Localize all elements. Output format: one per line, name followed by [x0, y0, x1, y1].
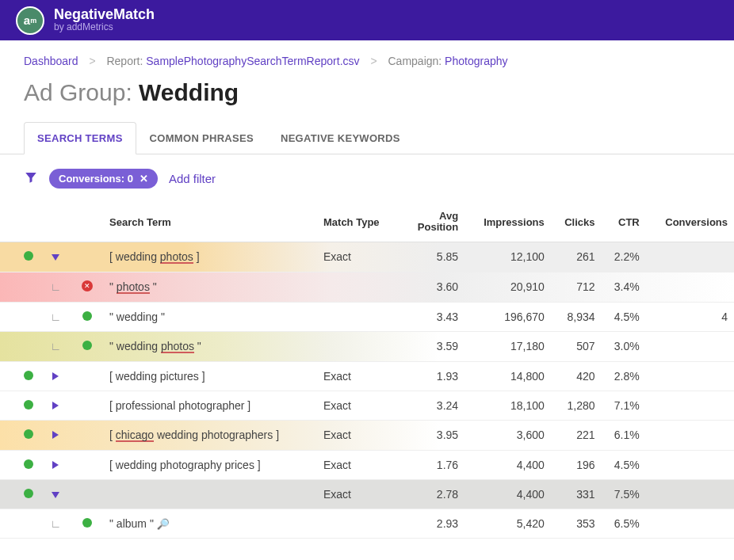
search-term-cell[interactable]: [ chicago wedding photographers ] — [103, 420, 317, 450]
search-term-cell[interactable]: " album "🔍 — [103, 509, 317, 538]
breadcrumb: Dashboard > Report: SamplePhotographySea… — [0, 40, 734, 67]
status-dot-green — [24, 251, 33, 261]
match-type-cell: Exact — [317, 479, 398, 509]
table-row[interactable]: [ wedding pictures ]Exact1.9314,8004202.… — [0, 361, 734, 390]
ctr-cell: 3.0% — [602, 331, 646, 361]
conversions-cell: 4 — [646, 302, 734, 331]
status-dot-red — [82, 280, 93, 291]
col-marker — [71, 203, 103, 242]
table-row[interactable]: [ professional photographer ]Exact3.2418… — [0, 390, 734, 420]
match-type-cell: Exact — [317, 361, 398, 390]
breadcrumb-report[interactable]: SamplePhotographySearchTermReport.csv — [146, 55, 359, 67]
search-terms-table: Search Term Match Type Avg Position Impr… — [0, 203, 734, 539]
clicks-cell: 1,280 — [551, 390, 602, 420]
conversions-cell — [646, 479, 734, 509]
col-match-type[interactable]: Match Type — [317, 203, 398, 242]
table-row[interactable]: ∟" photos "3.6020,9107123.4% — [0, 272, 734, 302]
col-clicks[interactable]: Clicks — [551, 203, 602, 242]
table-row[interactable]: ∟" wedding "3.43196,6708,9344.5%4 — [0, 302, 734, 331]
collapse-icon[interactable] — [52, 254, 59, 261]
clicks-cell: 507 — [551, 331, 602, 361]
breadcrumb-campaign-prefix: Campaign: — [388, 55, 445, 67]
term-text: [ professional photographer ] — [109, 399, 250, 412]
col-toggle — [40, 203, 71, 242]
tab-negative-keywords[interactable]: NEGATIVE KEYWORDS — [267, 122, 414, 154]
page-title-prefix: Ad Group: — [24, 79, 139, 105]
ctr-cell: 4.5% — [602, 302, 646, 331]
tab-search-terms[interactable]: SEARCH TERMS — [24, 122, 136, 154]
clicks-cell: 331 — [551, 479, 602, 509]
col-search-term[interactable]: Search Term — [103, 203, 317, 242]
logo-letter: a — [24, 13, 30, 27]
ctr-cell: 4.5% — [602, 450, 646, 479]
search-term-cell[interactable] — [103, 479, 317, 509]
col-ctr[interactable]: CTR — [602, 203, 646, 242]
conversions-cell — [646, 242, 734, 272]
tab-common-phrases[interactable]: COMMON PHRASES — [136, 122, 267, 154]
status-dot-green — [82, 341, 92, 350]
collapse-icon[interactable] — [52, 492, 59, 498]
expand-icon[interactable] — [52, 372, 59, 380]
table-wrap: Search Term Match Type Avg Position Impr… — [0, 203, 734, 539]
page-title-entity: Wedding — [139, 79, 239, 105]
app-title: NegativeMatch — [54, 7, 155, 21]
term-text: wedding photographers ] — [154, 429, 279, 441]
search-term-cell[interactable]: " wedding " — [103, 302, 317, 331]
table-row[interactable]: [ chicago wedding photographers ]Exact3.… — [0, 420, 734, 450]
table-row[interactable]: [ wedding photography prices ]Exact1.764… — [0, 450, 734, 479]
filter-pill-conversions[interactable]: Conversions: 0 ✕ — [49, 169, 158, 189]
add-filter-button[interactable]: Add filter — [169, 172, 216, 185]
indent-marker: ∟ — [50, 340, 61, 352]
tab-bar: SEARCH TERMS COMMON PHRASES NEGATIVE KEY… — [0, 122, 734, 154]
filter-icon[interactable] — [24, 170, 38, 187]
status-dot-green — [82, 311, 92, 321]
search-term-cell[interactable]: [ wedding pictures ] — [103, 361, 317, 390]
conversions-cell — [646, 390, 734, 420]
indent-marker: ∟ — [50, 280, 61, 293]
match-type-cell — [317, 272, 398, 302]
col-impressions[interactable]: Impressions — [464, 203, 551, 242]
content: Search Term Match Type Avg Position Impr… — [0, 203, 734, 539]
impressions-cell: 18,100 — [464, 390, 551, 420]
ctr-cell: 3.4% — [602, 272, 646, 302]
filter-pill-remove-icon[interactable]: ✕ — [140, 173, 148, 185]
table-row[interactable]: ∟" wedding photos "3.5917,1805073.0% — [0, 331, 734, 361]
clicks-cell: 261 — [551, 242, 602, 272]
conversions-cell — [646, 361, 734, 390]
table-row[interactable]: ∟" album "🔍2.935,4203536.5% — [0, 509, 734, 538]
table-row[interactable]: Exact2.784,4003317.5% — [0, 479, 734, 509]
expand-icon[interactable] — [52, 431, 59, 439]
ctr-cell: 6.1% — [602, 420, 646, 450]
search-icon[interactable]: 🔍 — [157, 518, 170, 530]
indent-marker: ∟ — [50, 517, 61, 530]
impressions-cell: 17,180 — [464, 331, 551, 361]
breadcrumb-campaign[interactable]: Photography — [445, 55, 507, 67]
search-term-cell[interactable]: [ wedding photos ] — [103, 242, 317, 272]
search-term-cell[interactable]: [ wedding photography prices ] — [103, 450, 317, 479]
ctr-cell: 7.5% — [602, 479, 646, 509]
impressions-cell: 14,800 — [464, 361, 551, 390]
breadcrumb-report-prefix: Report: — [106, 55, 146, 67]
term-highlighted: photos — [161, 341, 194, 353]
clicks-cell: 221 — [551, 420, 602, 450]
col-avg-position[interactable]: Avg Position — [398, 203, 465, 242]
app-header: am NegativeMatch by addMetrics — [0, 0, 734, 40]
filter-bar: Conversions: 0 ✕ Add filter — [0, 154, 734, 203]
expand-icon[interactable] — [52, 461, 59, 469]
match-type-cell — [317, 302, 398, 331]
term-text: " wedding " — [109, 310, 165, 323]
term-text: [ wedding — [109, 250, 160, 263]
avg-position-cell: 3.95 — [398, 420, 465, 450]
search-term-cell[interactable]: [ professional photographer ] — [103, 390, 317, 420]
impressions-cell: 3,600 — [464, 420, 551, 450]
col-conversions[interactable]: Conversions — [646, 203, 734, 242]
table-row[interactable]: [ wedding photos ]Exact5.8512,1002612.2% — [0, 242, 734, 272]
term-text: " — [109, 280, 117, 293]
search-term-cell[interactable]: " wedding photos " — [103, 331, 317, 361]
match-type-cell: Exact — [317, 450, 398, 479]
breadcrumb-dashboard[interactable]: Dashboard — [24, 55, 78, 67]
expand-icon[interactable] — [52, 402, 59, 410]
status-dot-green — [24, 429, 33, 439]
avg-position-cell: 1.76 — [398, 450, 465, 479]
search-term-cell[interactable]: " photos " — [103, 272, 317, 302]
